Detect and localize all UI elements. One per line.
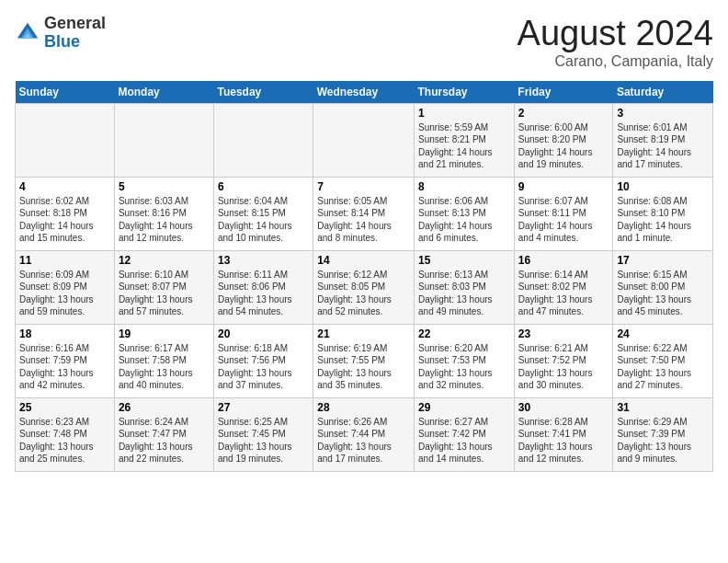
month-title: August 2024 — [518, 15, 713, 53]
day-info: Sunrise: 6:03 AM Sunset: 8:16 PM Dayligh… — [119, 195, 210, 245]
page-header: General Blue August 2024 Carano, Campani… — [15, 15, 713, 70]
weekday-header-monday: Monday — [114, 81, 213, 104]
weekday-header-tuesday: Tuesday — [213, 81, 313, 104]
day-number: 4 — [19, 180, 110, 193]
day-info: Sunrise: 6:11 AM Sunset: 8:06 PM Dayligh… — [218, 269, 309, 318]
day-info: Sunrise: 6:24 AM Sunset: 7:47 PM Dayligh… — [119, 416, 210, 465]
calendar-cell: 25Sunrise: 6:23 AM Sunset: 7:48 PM Dayli… — [16, 397, 115, 471]
day-info: Sunrise: 6:16 AM Sunset: 7:59 PM Dayligh… — [19, 342, 110, 392]
day-number: 7 — [317, 180, 410, 193]
calendar-cell: 20Sunrise: 6:18 AM Sunset: 7:56 PM Dayli… — [213, 324, 313, 397]
calendar-cell: 15Sunrise: 6:13 AM Sunset: 8:03 PM Dayli… — [415, 250, 515, 324]
day-info: Sunrise: 6:02 AM Sunset: 8:18 PM Dayligh… — [19, 195, 110, 245]
weekday-header-saturday: Saturday — [613, 81, 713, 104]
calendar-cell: 30Sunrise: 6:28 AM Sunset: 7:41 PM Dayli… — [514, 397, 613, 471]
day-info: Sunrise: 6:12 AM Sunset: 8:05 PM Dayligh… — [317, 269, 410, 318]
calendar-cell: 14Sunrise: 6:12 AM Sunset: 8:05 PM Dayli… — [313, 250, 415, 324]
calendar-cell: 13Sunrise: 6:11 AM Sunset: 8:06 PM Dayli… — [213, 250, 313, 324]
weekday-header-thursday: Thursday — [415, 81, 515, 104]
calendar-week-row: 4Sunrise: 6:02 AM Sunset: 8:18 PM Daylig… — [16, 177, 713, 250]
title-block: August 2024 Carano, Campania, Italy — [518, 15, 713, 70]
calendar-cell — [213, 103, 313, 177]
day-number: 29 — [418, 401, 510, 414]
day-info: Sunrise: 6:26 AM Sunset: 7:44 PM Dayligh… — [317, 416, 410, 465]
day-info: Sunrise: 6:14 AM Sunset: 8:02 PM Dayligh… — [518, 269, 609, 318]
calendar-cell: 29Sunrise: 6:27 AM Sunset: 7:42 PM Dayli… — [415, 397, 515, 471]
day-number: 3 — [617, 107, 709, 120]
calendar-cell — [114, 103, 213, 177]
calendar-cell: 8Sunrise: 6:06 AM Sunset: 8:13 PM Daylig… — [415, 177, 515, 250]
day-number: 16 — [518, 254, 609, 267]
day-info: Sunrise: 6:15 AM Sunset: 8:00 PM Dayligh… — [617, 269, 709, 318]
day-number: 19 — [119, 327, 210, 340]
day-number: 21 — [317, 327, 410, 340]
day-number: 11 — [19, 254, 110, 267]
day-number: 1 — [418, 107, 510, 120]
calendar-header: SundayMondayTuesdayWednesdayThursdayFrid… — [16, 81, 713, 104]
calendar-cell: 1Sunrise: 5:59 AM Sunset: 8:21 PM Daylig… — [415, 103, 515, 177]
day-info: Sunrise: 6:01 AM Sunset: 8:19 PM Dayligh… — [617, 121, 709, 171]
day-info: Sunrise: 6:07 AM Sunset: 8:11 PM Dayligh… — [518, 195, 609, 245]
calendar-cell: 6Sunrise: 6:04 AM Sunset: 8:15 PM Daylig… — [213, 177, 313, 250]
weekday-header-wednesday: Wednesday — [313, 81, 415, 104]
weekday-header-friday: Friday — [514, 81, 613, 104]
day-info: Sunrise: 6:13 AM Sunset: 8:03 PM Dayligh… — [418, 269, 510, 318]
day-info: Sunrise: 6:00 AM Sunset: 8:20 PM Dayligh… — [518, 121, 609, 171]
logo: General Blue — [15, 15, 106, 52]
day-number: 22 — [418, 327, 510, 340]
day-info: Sunrise: 6:18 AM Sunset: 7:56 PM Dayligh… — [218, 342, 309, 392]
calendar-week-row: 25Sunrise: 6:23 AM Sunset: 7:48 PM Dayli… — [16, 397, 713, 471]
day-info: Sunrise: 6:20 AM Sunset: 7:53 PM Dayligh… — [418, 342, 510, 392]
day-number: 15 — [418, 254, 510, 267]
day-number: 18 — [19, 327, 110, 340]
day-info: Sunrise: 6:04 AM Sunset: 8:15 PM Dayligh… — [218, 195, 309, 245]
calendar-cell: 5Sunrise: 6:03 AM Sunset: 8:16 PM Daylig… — [114, 177, 213, 250]
logo-blue-text: Blue — [44, 32, 80, 51]
day-info: Sunrise: 6:22 AM Sunset: 7:50 PM Dayligh… — [617, 342, 709, 392]
weekday-header-row: SundayMondayTuesdayWednesdayThursdayFrid… — [16, 81, 713, 104]
calendar-cell: 16Sunrise: 6:14 AM Sunset: 8:02 PM Dayli… — [514, 250, 613, 324]
day-number: 13 — [218, 254, 309, 267]
day-info: Sunrise: 6:08 AM Sunset: 8:10 PM Dayligh… — [617, 195, 709, 245]
day-number: 26 — [119, 401, 210, 414]
day-info: Sunrise: 6:27 AM Sunset: 7:42 PM Dayligh… — [418, 416, 510, 465]
day-info: Sunrise: 6:29 AM Sunset: 7:39 PM Dayligh… — [617, 416, 709, 465]
day-number: 14 — [317, 254, 410, 267]
calendar-cell — [16, 103, 115, 177]
calendar-cell: 31Sunrise: 6:29 AM Sunset: 7:39 PM Dayli… — [613, 397, 713, 471]
day-number: 10 — [617, 180, 709, 193]
calendar-cell: 17Sunrise: 6:15 AM Sunset: 8:00 PM Dayli… — [613, 250, 713, 324]
day-info: Sunrise: 6:06 AM Sunset: 8:13 PM Dayligh… — [418, 195, 510, 245]
day-number: 24 — [617, 327, 709, 340]
day-info: Sunrise: 5:59 AM Sunset: 8:21 PM Dayligh… — [418, 121, 510, 171]
day-number: 9 — [518, 180, 609, 193]
calendar-cell: 11Sunrise: 6:09 AM Sunset: 8:09 PM Dayli… — [16, 250, 115, 324]
day-info: Sunrise: 6:09 AM Sunset: 8:09 PM Dayligh… — [19, 269, 110, 318]
calendar-cell: 7Sunrise: 6:05 AM Sunset: 8:14 PM Daylig… — [313, 177, 415, 250]
calendar-cell: 18Sunrise: 6:16 AM Sunset: 7:59 PM Dayli… — [16, 324, 115, 397]
day-number: 30 — [518, 401, 609, 414]
day-info: Sunrise: 6:19 AM Sunset: 7:55 PM Dayligh… — [317, 342, 410, 392]
day-number: 28 — [317, 401, 410, 414]
logo-icon — [15, 20, 40, 46]
calendar-cell: 24Sunrise: 6:22 AM Sunset: 7:50 PM Dayli… — [613, 324, 713, 397]
calendar-cell: 23Sunrise: 6:21 AM Sunset: 7:52 PM Dayli… — [514, 324, 613, 397]
calendar-cell: 28Sunrise: 6:26 AM Sunset: 7:44 PM Dayli… — [313, 397, 415, 471]
calendar-cell: 21Sunrise: 6:19 AM Sunset: 7:55 PM Dayli… — [313, 324, 415, 397]
calendar-body: 1Sunrise: 5:59 AM Sunset: 8:21 PM Daylig… — [16, 103, 713, 471]
day-number: 17 — [617, 254, 709, 267]
day-number: 5 — [119, 180, 210, 193]
calendar-table: SundayMondayTuesdayWednesdayThursdayFrid… — [15, 81, 713, 472]
calendar-cell: 19Sunrise: 6:17 AM Sunset: 7:58 PM Dayli… — [114, 324, 213, 397]
calendar-cell: 22Sunrise: 6:20 AM Sunset: 7:53 PM Dayli… — [415, 324, 515, 397]
calendar-cell: 4Sunrise: 6:02 AM Sunset: 8:18 PM Daylig… — [16, 177, 115, 250]
day-number: 20 — [218, 327, 309, 340]
calendar-cell: 9Sunrise: 6:07 AM Sunset: 8:11 PM Daylig… — [514, 177, 613, 250]
calendar-week-row: 18Sunrise: 6:16 AM Sunset: 7:59 PM Dayli… — [16, 324, 713, 397]
calendar-cell — [313, 103, 415, 177]
weekday-header-sunday: Sunday — [16, 81, 115, 104]
logo-general-text: General — [44, 14, 106, 32]
calendar-cell: 12Sunrise: 6:10 AM Sunset: 8:07 PM Dayli… — [114, 250, 213, 324]
day-number: 31 — [617, 401, 709, 414]
calendar-cell: 2Sunrise: 6:00 AM Sunset: 8:20 PM Daylig… — [514, 103, 613, 177]
